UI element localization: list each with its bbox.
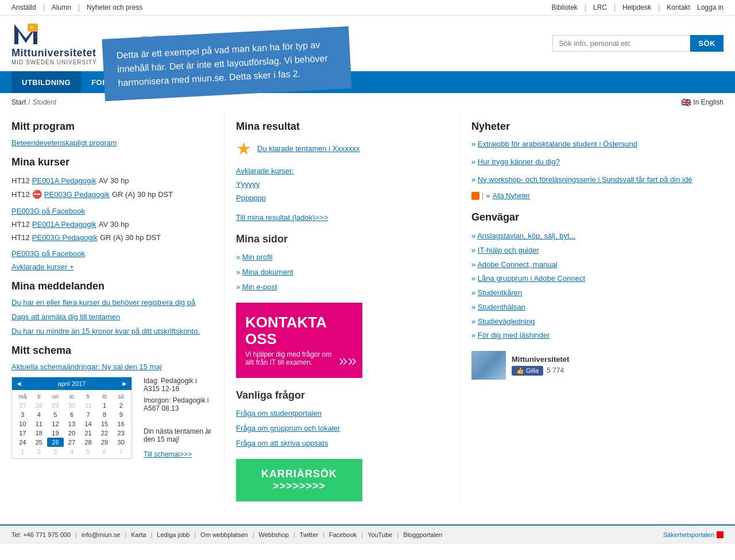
event-2: Imorgon: Pedagogik i A567 08.13 <box>144 396 212 412</box>
vanliga-fragor-list: Fråga om studentportalen Fråga om gruppr… <box>236 406 448 451</box>
footer-facebook-link[interactable]: Facebook <box>329 531 357 538</box>
genvag-1[interactable]: Anslagstavlan, köp, sälj, byt... <box>477 231 575 240</box>
cal-next-button[interactable]: ► <box>121 380 128 388</box>
footer-webbshop-link[interactable]: Webbshop <box>259 531 289 538</box>
in-english-label: In English <box>693 98 724 106</box>
fb-info: Mittuniversitetet 👍 Gilla 5 774 <box>512 355 569 376</box>
genvagar-title: Genvägar <box>471 211 724 223</box>
kontakta-box[interactable]: KONTAKTAOSS Vi hjälper dig med frågor om… <box>236 303 362 378</box>
nav-utbildning[interactable]: UTBILDNING <box>11 71 81 93</box>
course-pe003g-fb-1[interactable]: PE003G på Facebook <box>11 204 85 218</box>
footer-lediga-link[interactable]: Lediga jobb <box>157 531 189 538</box>
avklarade-kurser-link[interactable]: Avklarade kurser + <box>11 262 74 271</box>
sakerhetsportalen-label: Säkerhetsportalen <box>663 531 714 538</box>
logga-in-link[interactable]: Logga in <box>697 3 724 11</box>
karriarsok-button[interactable]: KARRIÄRSÖK >>>>>>>> <box>236 459 362 501</box>
cal-header: ◄ april 2017 ► <box>12 377 131 390</box>
nyheter-press-link[interactable]: Nyheter och press <box>87 3 142 11</box>
course-pe001a-1[interactable]: PE001A Pedagogik <box>32 174 96 187</box>
logo-text: Mittuniversitetet <box>11 47 96 59</box>
mina-kurser-title: Mina kurser <box>11 156 212 168</box>
message-3[interactable]: Du har nu mindre än 15 kronor kvar på di… <box>11 327 212 335</box>
left-column: Mitt program Beteendevetenskapligt progr… <box>11 111 224 501</box>
fb-count: 5 774 <box>547 366 564 374</box>
genvag-2[interactable]: IT-hjälp och guider <box>478 246 539 254</box>
nyhet-1[interactable]: Extrajobb för arabisktalande student i Ö… <box>478 140 637 148</box>
kontakta-arrow-icon: »» <box>339 352 357 370</box>
footer-om-link[interactable]: Om webbplatsen <box>200 531 248 538</box>
mina-resultat-title: Mina resultat <box>236 121 448 133</box>
genvag-6[interactable]: Studenthälsan <box>478 303 525 311</box>
header-search: SÖK <box>552 35 724 52</box>
mina-dokument-link[interactable]: Mina dokument <box>242 268 293 276</box>
star-icon: ★ <box>236 138 252 159</box>
course-pe003g-1[interactable]: PE003G Pedagogik <box>44 188 110 201</box>
breadcrumb-start[interactable]: Start <box>11 98 26 106</box>
footer-twitter-link[interactable]: Twitter <box>300 531 318 538</box>
main-content: Mitt program Beteendevetenskapligt progr… <box>0 111 735 513</box>
alumn-link[interactable]: Alumn <box>52 3 71 11</box>
anstald-link[interactable]: Anställd <box>11 3 36 11</box>
mitt-program-title: Mitt program <box>11 121 212 133</box>
nyhet-3[interactable]: Ny workshop- och föreläsningsserie i Sun… <box>478 175 693 184</box>
kontakta-title: KONTAKTAOSS <box>245 314 353 347</box>
tooltip-overlay: Detta är ett exempel på vad man kan ha f… <box>102 26 351 101</box>
genvag-8[interactable]: För dig med läshinder <box>478 331 550 339</box>
min-epost-link[interactable]: Min e-post <box>242 283 277 291</box>
till-schema-link[interactable]: Till schemai>>> <box>144 450 212 458</box>
mina-sidor-title: Mina sidor <box>236 233 448 245</box>
nyheter-list: Extrajobb för arabisktalande student i Ö… <box>471 138 724 186</box>
breadcrumb-left: Start / Student <box>11 98 56 106</box>
course-pe003g-fb-2[interactable]: PE003G på Facebook <box>11 247 85 260</box>
middle-column: Mina resultat ★ Du klarade tentamen i Xx… <box>224 111 459 501</box>
fraga-uppsats[interactable]: Fråga om att skriva uppsats <box>236 439 328 447</box>
messages-list: Du har en eller flera kurser du behöver … <box>11 298 212 335</box>
genvag-7[interactable]: Studievägledning <box>478 317 535 326</box>
genvag-3[interactable]: Adobe Connect, manual <box>477 260 557 269</box>
min-profil-link[interactable]: Min profil <box>242 253 273 261</box>
genvag-4[interactable]: Låna grupprum i Adobe Connect <box>478 274 585 283</box>
svg-text:~: ~ <box>30 25 33 31</box>
lrc-link[interactable]: LRC <box>593 3 607 11</box>
nyhet-2[interactable]: Hur trygg känner du dig? <box>478 157 560 166</box>
alla-nyheter-link[interactable]: Alla Nyheter <box>493 192 530 200</box>
footer-karta-link[interactable]: Karta <box>131 531 146 538</box>
breadcrumb-separator: / <box>28 98 30 106</box>
fb-like-button[interactable]: 👍 Gilla <box>512 366 543 376</box>
course-pe001a-2[interactable]: PE001A Pedagogik <box>32 218 96 231</box>
program-link[interactable]: Beteendevetenskapligt program <box>11 138 117 147</box>
schema-events: Idag: Pedagogik i A315 12-16 Imorgon: Pe… <box>144 377 212 458</box>
bibliotek-link[interactable]: Bibliotek <box>551 3 577 11</box>
klarade-tentamen-link[interactable]: Du klarade tentamen i Xxxxxxx <box>257 144 359 153</box>
calendar: ◄ april 2017 ► må ti on to <box>11 377 132 459</box>
avklarat-yyyyyy[interactable]: Yyyyyy <box>236 180 260 188</box>
search-button[interactable]: SÖK <box>690 35 724 52</box>
avklarat-ppppppp[interactable]: Ppppppp <box>236 194 266 202</box>
helpdesk-link[interactable]: Helpdesk <box>622 3 651 11</box>
avklarade-kurser-title-link[interactable]: Avklarade kurser: <box>236 167 294 175</box>
warning-icon-1: ⛔ <box>32 187 42 202</box>
genvag-5[interactable]: Studentkåren <box>478 288 522 297</box>
search-input[interactable] <box>552 35 690 52</box>
footer-blogg-link[interactable]: Bloggportalen <box>403 531 442 538</box>
kontakt-link[interactable]: Kontakt <box>667 3 690 11</box>
fraga-studentportalen[interactable]: Fråga om studentportalen <box>236 409 322 418</box>
course-pe003g-2[interactable]: PE003G Pedagogik <box>32 231 98 244</box>
fb-like-label: Gilla <box>526 367 539 374</box>
top-bar-right: Bibliotek | LRC | Helpdesk | Kontakt Log… <box>551 3 724 11</box>
logo-sub: MID SWEDEN UNIVERSITY <box>11 59 97 65</box>
till-resultat-link[interactable]: Till mina resultat (ladok)>>> <box>236 213 328 222</box>
cal-prev-button[interactable]: ◄ <box>16 380 22 388</box>
avklarade-section: Avklarade kurser: Yyyyyy Ppppppp <box>236 164 448 204</box>
in-english-link[interactable]: 🇬🇧 In English <box>681 98 724 107</box>
fb-thumb-image <box>471 351 506 380</box>
cal-month: april 2017 <box>58 380 86 387</box>
footer-info-link[interactable]: info@miun.se <box>82 531 120 538</box>
fraga-grupprum[interactable]: Fråga om grupprum och lokaler <box>236 424 340 432</box>
message-2[interactable]: Dags att anmäla dig till tentamen <box>11 312 212 321</box>
message-1[interactable]: Du har en eller flera kurser du behöver … <box>11 298 212 307</box>
footer-youtube-link[interactable]: YouTube <box>368 531 392 538</box>
schema-andringar-link[interactable]: Aktuella schemaändringar: Ny sal den 15 … <box>11 362 162 371</box>
sakerhetsportalen[interactable]: Säkerhetsportalen <box>663 531 724 538</box>
course-row-3: HT12 PE001A Pedagogik AV 30 hp <box>11 218 212 231</box>
